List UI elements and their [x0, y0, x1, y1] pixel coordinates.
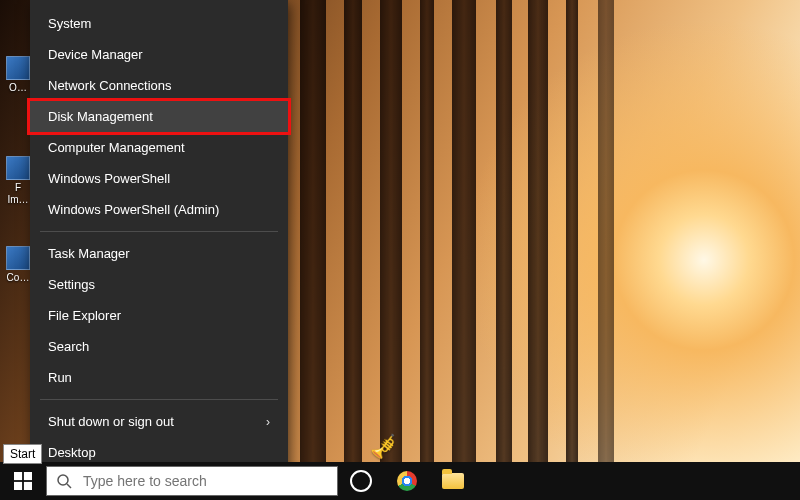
generic-app-icon: [6, 246, 30, 270]
menu-item-label: Shut down or sign out: [48, 414, 174, 429]
windows-logo-icon: [14, 472, 32, 490]
svg-line-5: [67, 484, 71, 488]
menu-item-task-manager[interactable]: Task Manager: [30, 238, 288, 269]
chrome-taskbar-button[interactable]: [384, 462, 430, 500]
menu-item-label: Disk Management: [48, 109, 153, 124]
svg-rect-1: [24, 472, 32, 480]
menu-item-windows-powershell-admin[interactable]: Windows PowerShell (Admin): [30, 194, 288, 225]
menu-item-disk-management[interactable]: Disk Management: [30, 101, 288, 132]
start-tooltip: Start: [3, 444, 42, 464]
menu-item-label: Run: [48, 370, 72, 385]
task-view-icon: [350, 470, 372, 492]
menu-item-network-connections[interactable]: Network Connections: [30, 70, 288, 101]
menu-separator: [40, 231, 278, 232]
task-view-button[interactable]: [338, 462, 384, 500]
menu-item-windows-powershell[interactable]: Windows PowerShell: [30, 163, 288, 194]
menu-item-system[interactable]: System: [30, 8, 288, 39]
menu-item-label: Windows PowerShell (Admin): [48, 202, 219, 217]
menu-item-label: File Explorer: [48, 308, 121, 323]
menu-item-label: System: [48, 16, 91, 31]
menu-item-label: Network Connections: [48, 78, 172, 93]
menu-separator: [40, 399, 278, 400]
search-input[interactable]: [81, 466, 337, 496]
menu-item-settings[interactable]: Settings: [30, 269, 288, 300]
svg-rect-0: [14, 472, 22, 480]
menu-item-label: Computer Management: [48, 140, 185, 155]
desktop-icon[interactable]: Co…: [4, 246, 32, 284]
generic-app-icon: [6, 56, 30, 80]
menu-item-label: Device Manager: [48, 47, 143, 62]
chrome-icon: [397, 471, 417, 491]
menu-item-label: Settings: [48, 277, 95, 292]
menu-item-label: Search: [48, 339, 89, 354]
menu-item-run[interactable]: Run: [30, 362, 288, 393]
menu-item-file-explorer[interactable]: File Explorer: [30, 300, 288, 331]
search-icon: [47, 473, 81, 489]
chevron-right-icon: ›: [266, 415, 270, 429]
menu-item-label: Windows PowerShell: [48, 171, 170, 186]
folder-icon: [442, 473, 464, 489]
menu-item-label: Desktop: [48, 445, 96, 460]
taskbar-search-box[interactable]: [46, 466, 338, 496]
menu-item-label: Task Manager: [48, 246, 130, 261]
generic-app-icon: [6, 156, 30, 180]
menu-item-shut-down-or-sign-out[interactable]: Shut down or sign out›: [30, 406, 288, 437]
file-explorer-taskbar-button[interactable]: [430, 462, 476, 500]
taskbar: [0, 462, 800, 500]
svg-rect-3: [24, 482, 32, 490]
menu-item-computer-management[interactable]: Computer Management: [30, 132, 288, 163]
svg-point-4: [58, 475, 68, 485]
menu-item-device-manager[interactable]: Device Manager: [30, 39, 288, 70]
desktop-icon[interactable]: O…: [4, 56, 32, 94]
winx-menu: SystemDevice ManagerNetwork ConnectionsD…: [30, 0, 288, 474]
svg-rect-2: [14, 482, 22, 490]
start-button[interactable]: [0, 462, 46, 500]
menu-item-search[interactable]: Search: [30, 331, 288, 362]
desktop-icon[interactable]: F Im…: [4, 156, 32, 206]
